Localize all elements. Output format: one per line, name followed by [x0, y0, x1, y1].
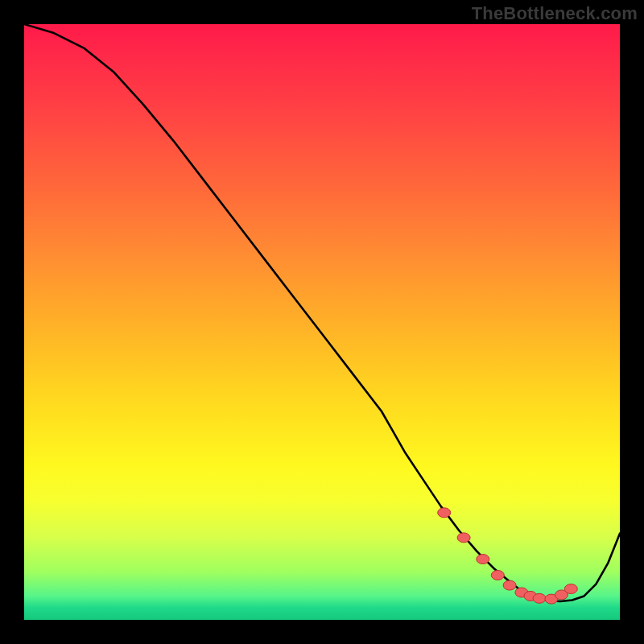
curve-line	[24, 24, 620, 601]
watermark-text: TheBottleneck.com	[472, 3, 638, 24]
marker-dot	[503, 580, 516, 590]
marker-dot	[457, 533, 470, 543]
marker-dot	[438, 508, 451, 518]
marker-dot	[477, 555, 489, 564]
marker-dot	[533, 593, 546, 603]
chart-svg	[24, 24, 620, 620]
marker-dot	[564, 584, 577, 594]
marker-dot	[491, 571, 504, 580]
chart-frame: TheBottleneck.com	[0, 0, 644, 644]
marker-group	[438, 508, 578, 604]
plot-area	[24, 24, 620, 620]
